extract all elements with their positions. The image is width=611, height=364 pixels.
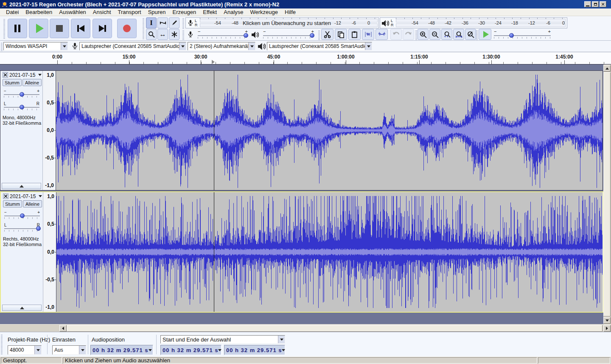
mixer-gripper[interactable] <box>182 30 184 40</box>
selection-start-field[interactable]: 00 h 32 m 29.571 s <box>160 345 221 355</box>
transport-gripper[interactable] <box>3 18 5 39</box>
multi-tool-button[interactable] <box>169 29 179 40</box>
record-button[interactable] <box>117 19 137 38</box>
track2-waveform-area[interactable] <box>56 192 603 312</box>
track2-waveform-canvas[interactable] <box>56 192 603 312</box>
track2-close-button[interactable] <box>3 193 8 199</box>
track2-collapse-button[interactable] <box>2 305 42 311</box>
trim-audio-button[interactable] <box>362 29 374 40</box>
selection-gripper[interactable] <box>1 335 3 354</box>
zoom-to-selection-button[interactable] <box>441 29 452 40</box>
menu-effekt[interactable]: Effekt <box>199 8 220 16</box>
track1-waveform-area[interactable] <box>56 71 603 190</box>
play-volume-thumb[interactable] <box>310 33 314 38</box>
track2-vertical-ruler[interactable]: 1,0 0,5 0,0 -0,5 -1,0 <box>43 192 56 312</box>
paste-button[interactable] <box>348 29 361 40</box>
track1-waveform-canvas[interactable] <box>56 71 603 190</box>
scroll-down-button[interactable] <box>603 317 611 324</box>
zoom-toggle-button[interactable] <box>465 29 476 40</box>
track2-title-menu[interactable]: 2021-07-15 <box>10 193 42 199</box>
track1-collapse-button[interactable] <box>2 183 41 189</box>
track1-pan-slider[interactable]: L R <box>3 101 40 112</box>
menu-ansicht[interactable]: Ansicht <box>90 8 115 16</box>
project-rate-dropdown[interactable]: 48000 <box>8 345 42 355</box>
zoom-out-button[interactable] <box>429 29 440 40</box>
menu-bearbeiten[interactable]: Bearbeiten <box>22 8 56 16</box>
track1-mute-button[interactable]: Stumm <box>3 79 22 86</box>
track2-gain-thumb[interactable] <box>20 213 25 218</box>
menu-werkzeuge[interactable]: Werkzeuge <box>247 8 282 16</box>
device-gripper[interactable] <box>1 42 3 51</box>
menu-datei[interactable]: Datei <box>3 8 22 16</box>
recording-device-dropdown[interactable]: Lautsprecher (Conexant 20585 SmartAudio … <box>79 42 186 50</box>
selection-mode-dropdown[interactable]: Start und Ende der Auswahl <box>160 335 285 344</box>
menu-analyse[interactable]: Analyse <box>220 8 247 16</box>
edit-gripper[interactable] <box>318 30 320 40</box>
track1-control-panel[interactable]: 2021-07-15 Stumm Alleine − + L R Mono, 4… <box>0 71 43 190</box>
zoom-to-project-button[interactable] <box>453 29 464 40</box>
track1-solo-button[interactable]: Alleine <box>22 79 42 86</box>
track1-gain-slider[interactable]: − + <box>3 89 40 100</box>
track2-gain-slider[interactable]: − + <box>3 210 41 221</box>
zoom-tool-button[interactable] <box>146 29 157 40</box>
skip-to-start-button[interactable] <box>71 19 90 38</box>
horizontal-scroll-thumb[interactable] <box>67 325 603 332</box>
track1-vertical-ruler[interactable]: 1,0 0,5 0,0 -0,5 -1,0 <box>43 71 56 190</box>
scroll-up-button[interactable] <box>603 65 611 72</box>
copy-button[interactable] <box>335 29 347 40</box>
dropdown-arrow-icon[interactable] <box>365 42 372 50</box>
recording-volume-slider[interactable]: − + <box>197 29 249 40</box>
recording-meter-gripper[interactable] <box>182 18 184 29</box>
zoom-in-button[interactable] <box>418 29 429 40</box>
dropdown-arrow-icon[interactable] <box>218 349 221 353</box>
recording-channels-dropdown[interactable]: 2 (Stereo) Aufnahmekanäle <box>188 42 255 50</box>
selection-end-field[interactable]: 00 h 32 m 29.571 s <box>224 345 285 355</box>
cut-button[interactable] <box>321 29 334 40</box>
envelope-tool-button[interactable] <box>157 17 168 28</box>
tools-gripper[interactable] <box>143 18 144 39</box>
vertical-scroll-thumb[interactable] <box>603 72 611 316</box>
dropdown-arrow-icon[interactable] <box>149 349 152 353</box>
dropdown-arrow-icon[interactable] <box>61 42 67 50</box>
playback-volume-slider[interactable]: − + <box>262 29 315 40</box>
dropdown-arrow-icon[interactable] <box>248 42 255 50</box>
vertical-scrollbar[interactable] <box>603 64 611 324</box>
menu-transport[interactable]: Transport <box>115 8 145 16</box>
monitoring-message[interactable]: Klicken um Überwachung zu starten <box>242 20 331 26</box>
track2-pan-slider[interactable]: L R <box>3 223 41 234</box>
restore-button[interactable] <box>592 1 599 7</box>
draw-tool-button[interactable] <box>169 17 179 28</box>
redo-button[interactable] <box>403 29 414 40</box>
selection-tool-button[interactable]: I <box>146 17 157 28</box>
menu-spuren[interactable]: Spuren <box>145 8 169 16</box>
menu-erzeugen[interactable]: Erzeugen <box>169 8 200 16</box>
menu-auswaehlen[interactable]: Auswählen <box>56 8 90 16</box>
track1-pan-thumb[interactable] <box>20 105 24 109</box>
undo-button[interactable] <box>390 29 402 40</box>
minimize-button[interactable] <box>584 1 591 7</box>
track2-pan-thumb[interactable] <box>36 226 41 231</box>
dropdown-arrow-icon[interactable] <box>282 349 285 353</box>
rec-volume-thumb[interactable] <box>244 33 248 38</box>
zoom-gripper[interactable] <box>415 30 417 40</box>
scroll-right-button[interactable] <box>603 325 611 332</box>
close-button[interactable]: ✕ <box>600 1 606 7</box>
track1-title-menu[interactable]: 2021-07-15 <box>9 72 42 78</box>
play-speed-gripper[interactable] <box>476 30 478 40</box>
dropdown-arrow-icon[interactable] <box>34 346 41 354</box>
play-button[interactable] <box>29 19 48 38</box>
play-speed-slider[interactable]: − + <box>493 29 552 40</box>
skip-to-end-button[interactable] <box>92 19 112 38</box>
dropdown-arrow-icon[interactable] <box>278 336 285 343</box>
audio-position-field[interactable]: 00 h 32 m 29.571 s <box>90 345 153 355</box>
dropdown-arrow-icon[interactable] <box>79 346 86 354</box>
speed-thumb[interactable] <box>509 33 514 38</box>
track2-solo-button[interactable]: Alleine <box>23 200 42 207</box>
recording-meter[interactable]: L R -54 -48 Klicken um Überwachung zu st… <box>185 17 379 28</box>
track2-mute-button[interactable]: Stumm <box>3 200 22 207</box>
silence-audio-button[interactable] <box>376 29 388 40</box>
track1-close-button[interactable] <box>3 72 8 78</box>
pause-button[interactable] <box>8 19 27 38</box>
play-at-speed-button[interactable] <box>479 29 491 40</box>
snap-dropdown[interactable]: Aus <box>52 345 86 355</box>
